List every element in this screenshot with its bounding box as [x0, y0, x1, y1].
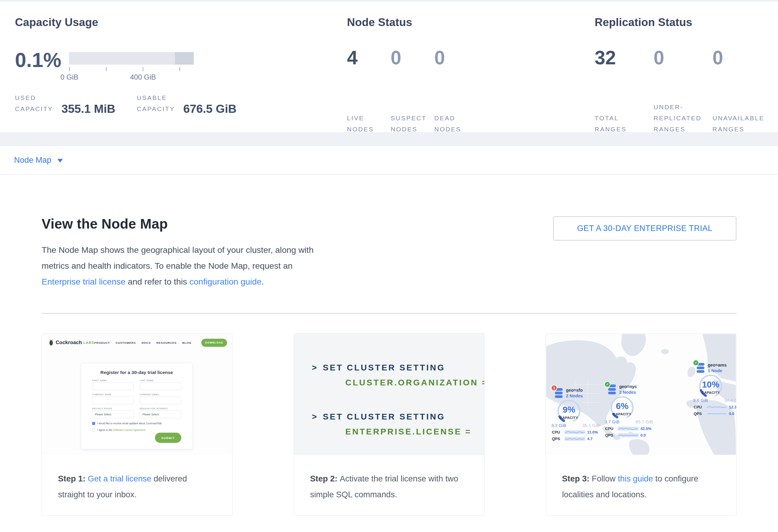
- nav-item-customers: CUSTOMERS: [115, 341, 136, 345]
- under-replicated-stat: 0 UNDER- REPLICATED RANGES: [653, 47, 712, 135]
- node-map-dropdown[interactable]: Node Map: [14, 156, 63, 165]
- used-capacity-value: 355.1 MiB: [61, 103, 115, 115]
- unavailable-ranges-value: 0: [712, 47, 771, 68]
- step2-prefix: Step 2:: [310, 474, 340, 483]
- capacity-bar: [69, 52, 194, 65]
- form-fields: FIRST NAME LAST NAME COMPANY NAME: [92, 379, 181, 418]
- horizontal-divider: [42, 313, 736, 314]
- replication-status-title: Replication Status: [595, 16, 692, 29]
- cluster-name: geo=nyc: [619, 384, 637, 389]
- unchecked-checkbox-icon: [92, 429, 95, 432]
- unavailable-ranges-label: UNAVAILABLE RANGES: [712, 112, 771, 135]
- form-field: LAST NAME: [140, 379, 181, 390]
- qps-metric-row: QPS 0.0: [605, 433, 656, 438]
- nav-item-docs: DOCS: [142, 341, 151, 345]
- project-phase-select: Please Select: [92, 410, 134, 418]
- replication-status-columns: 32 TOTAL RANGES 0 UNDER- REPLICATED RANG…: [595, 47, 771, 135]
- view-selector-bar: Node Map: [0, 146, 778, 174]
- database-icon: [696, 362, 705, 374]
- form-field: COMPANY NAME: [92, 393, 134, 404]
- qps-metric-row: QPS 4.7: [552, 437, 603, 441]
- capacity-percent-value: 0.1%: [15, 49, 61, 71]
- unavailable-ranges-stat: 0 UNAVAILABLE RANGES: [712, 47, 771, 135]
- description-text: and refer to this: [125, 277, 189, 286]
- configuration-guide-link[interactable]: configuration guide: [189, 277, 261, 286]
- cluster-name: geo=ams: [708, 363, 726, 367]
- checkbox-label: I agree to the Software License Agreemen…: [97, 429, 146, 432]
- form-field: REASON FOR INTEREST Please Select: [140, 407, 181, 418]
- reason-select: Please Select: [140, 410, 181, 418]
- healthy-badge-icon: [693, 360, 699, 366]
- node-status-columns: 4 LIVE NODES 0 SUSPECT NODES 0 DEAD NODE…: [347, 47, 478, 135]
- cpu-value: 12.3%: [729, 405, 736, 409]
- capacity-metrics: USED CAPACITY 355.1 MiB USABLE CAPACITY …: [15, 92, 237, 115]
- this-guide-link[interactable]: this guide: [618, 474, 653, 483]
- nav-item-resources: RESOURCES: [156, 341, 176, 345]
- enterprise-trial-license-link[interactable]: Enterprise trial license: [42, 277, 125, 286]
- registration-site-preview: Cockroach LABS PRODUCT CUSTOMERS DOCS RE…: [42, 333, 232, 455]
- axis-tick: [106, 67, 106, 71]
- capacity-caption: CAPACITY: [609, 412, 636, 416]
- capacity-percent: 6%: [609, 401, 636, 411]
- cluster-labels: geo=nyc 2 Nodes: [619, 384, 637, 395]
- cluster-labels: geo=sfo 2 Nodes: [566, 387, 583, 398]
- first-name-input: [92, 382, 134, 390]
- suspect-nodes-value: 0: [391, 47, 434, 68]
- step3-card: 1 geo=sfo 2 Nodes: [546, 333, 736, 516]
- description-text: The Node Map shows the geographical layo…: [42, 245, 313, 271]
- capacity-percent: 9%: [555, 405, 582, 415]
- capacity-caption: CAPACITY: [555, 416, 582, 420]
- software-license-agreement-link: Software License Agreement.: [113, 429, 146, 432]
- suspect-nodes-stat: 0 SUSPECT NODES: [391, 47, 434, 135]
- qps-sparkline: [564, 437, 586, 441]
- cpu-sparkline: [564, 430, 586, 435]
- cluster-widget-ams: geo=ams 1 Node 10% CAPACITY: [693, 362, 736, 374]
- cluster-head: geo=ams 1 Node: [693, 362, 736, 374]
- step3-text: Follow: [592, 474, 618, 483]
- dead-nodes-value: 0: [434, 47, 478, 68]
- cpu-metric-row: CPU 11.0%: [552, 430, 603, 435]
- form-field: COMPANY EMAIL: [140, 393, 181, 404]
- database-icon: [608, 384, 617, 395]
- cluster-head: 1 geo=sfo 2 Nodes: [551, 387, 600, 399]
- cpu-value: 11.0%: [587, 430, 603, 435]
- total-capacity: 65.7 GiB: [636, 419, 653, 424]
- get-enterprise-trial-button[interactable]: GET A 30-DAY ENTERPRISE TRIAL: [553, 216, 736, 241]
- usable-capacity-label: USABLE CAPACITY: [137, 92, 175, 115]
- axis-tick: [143, 67, 143, 71]
- step1-caption: Step 1: Get a trial license delivered st…: [42, 455, 232, 503]
- capacity-bar-other-segment: [175, 52, 194, 65]
- node-map-description: The Node Map shows the geographical layo…: [42, 242, 330, 290]
- chevron-down-icon: [58, 159, 63, 162]
- field-label: PROJECT PHASE: [92, 407, 134, 409]
- usable-capacity-value: 676.5 GiB: [183, 103, 237, 115]
- capacity-values: 3.2 GiB 35.1 GiB: [551, 423, 600, 428]
- step2-thumbnail: >SET CLUSTER SETTING CLUSTER.ORGANIZATIO…: [294, 333, 484, 455]
- cpu-sparkline: [706, 405, 727, 409]
- capacity-axis: 0 GiB 400 GiB: [69, 65, 194, 80]
- steps-cards-row: Cockroach LABS PRODUCT CUSTOMERS DOCS RE…: [42, 333, 736, 516]
- capacity-gauge-ring: 9% CAPACITY: [555, 399, 582, 426]
- axis-tick-label-0: 0 GiB: [60, 73, 78, 81]
- used-capacity: 3.7 GiB: [605, 419, 619, 424]
- email-updates-checkbox-row: I would like to receive email updates ab…: [92, 422, 181, 425]
- qps-sparkline: [618, 433, 639, 438]
- field-label: COMPANY NAME: [92, 393, 134, 395]
- cluster-name: geo=sfo: [566, 388, 583, 393]
- database-icon: 1: [554, 387, 563, 399]
- step3-thumbnail: 1 geo=sfo 2 Nodes: [546, 333, 736, 455]
- cluster-labels: geo=ams 1 Node: [708, 362, 726, 373]
- description-text: .: [261, 277, 264, 286]
- total-capacity: 34.4 GiB: [724, 398, 736, 403]
- sql-commands-preview: >SET CLUSTER SETTING CLUSTER.ORGANIZATIO…: [294, 333, 484, 455]
- step1-thumbnail: Cockroach LABS PRODUCT CUSTOMERS DOCS RE…: [42, 333, 232, 455]
- submit-button: SUBMIT: [155, 433, 181, 443]
- get-trial-license-link[interactable]: Get a trial license: [88, 474, 151, 483]
- field-label: COMPANY EMAIL: [140, 393, 181, 395]
- brand-suffix: LABS: [83, 341, 94, 345]
- dead-nodes-label: DEAD NODES: [434, 112, 478, 135]
- node-map-preview: 1 geo=sfo 2 Nodes: [546, 333, 736, 455]
- total-ranges-value: 32: [595, 47, 653, 68]
- capacity-percent: 10%: [697, 380, 724, 390]
- used-capacity: 3.2 GiB: [551, 423, 566, 428]
